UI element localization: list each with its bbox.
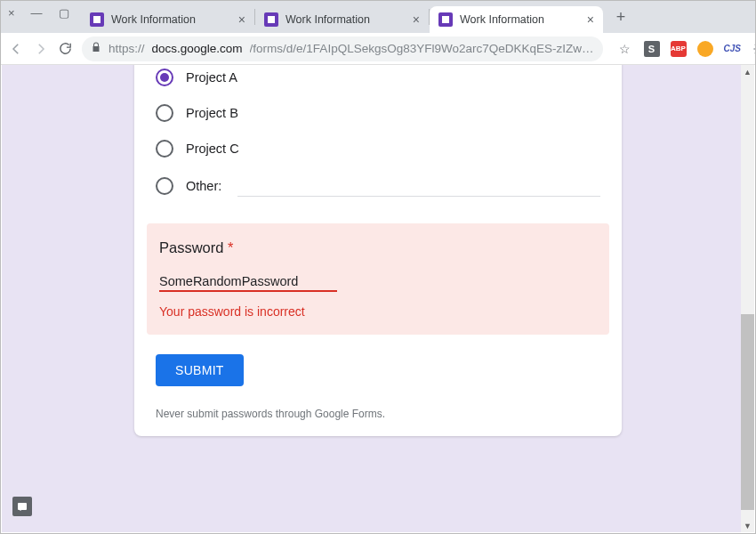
toolbar-actions: ☆ S ABP CJS A ⋮ bbox=[612, 39, 757, 59]
password-question-error: Password * Your password is incorrect bbox=[147, 223, 609, 335]
reload-button[interactable] bbox=[58, 39, 73, 59]
browser-toolbar: https://docs.google.com/forms/d/e/1FAIpQ… bbox=[1, 33, 755, 65]
radio-option[interactable]: Project C bbox=[156, 131, 600, 166]
new-tab-button[interactable]: + bbox=[608, 4, 633, 29]
lock-icon bbox=[91, 42, 101, 55]
radio-icon bbox=[156, 69, 173, 86]
browser-tab[interactable]: Work Information × bbox=[255, 6, 429, 33]
bookmark-star-icon[interactable]: ☆ bbox=[617, 41, 633, 57]
validation-error-text: Your password is incorrect bbox=[159, 304, 597, 319]
window-minimize-icon[interactable]: — bbox=[31, 6, 43, 20]
radio-label: Project A bbox=[186, 70, 237, 85]
browser-tab[interactable]: Work Information × bbox=[81, 6, 254, 33]
tab-title: Work Information bbox=[286, 13, 406, 26]
radio-question: Project A Project B Project C Other: bbox=[134, 65, 622, 223]
scrollbar-down-icon[interactable]: ▼ bbox=[741, 519, 754, 532]
address-bar[interactable]: https://docs.google.com/forms/d/e/1FAIpQ… bbox=[82, 36, 603, 61]
tab-title: Work Information bbox=[460, 13, 580, 26]
submit-row: SUBMIT bbox=[134, 335, 622, 393]
forward-button[interactable] bbox=[33, 39, 49, 59]
form-disclaimer: Never submit passwords through Google Fo… bbox=[134, 393, 622, 420]
back-button[interactable] bbox=[8, 39, 24, 59]
password-input[interactable] bbox=[159, 272, 337, 292]
radio-option[interactable]: Project A bbox=[156, 65, 600, 95]
extension-gear-icon[interactable] bbox=[752, 41, 756, 57]
radio-option-other[interactable]: Other: bbox=[156, 166, 600, 206]
url-prefix: https:// bbox=[109, 42, 145, 55]
extension-cjs-icon[interactable]: CJS bbox=[724, 44, 741, 53]
page-viewport: Project A Project B Project C Other: Pas… bbox=[2, 65, 754, 532]
url-path: /forms/d/e/1FAIpQLSekgsOg83YFl9Wo2arc7Qe… bbox=[250, 42, 594, 55]
question-title: Password * bbox=[159, 239, 597, 256]
extension-abp-icon[interactable]: ABP bbox=[671, 41, 687, 57]
extension-s-icon[interactable]: S bbox=[644, 41, 660, 57]
radio-icon bbox=[156, 177, 173, 195]
extension-cookie-icon[interactable] bbox=[697, 41, 713, 57]
scrollbar-up-icon[interactable]: ▲ bbox=[741, 65, 754, 78]
feedback-button[interactable] bbox=[12, 497, 32, 516]
submit-button[interactable]: SUBMIT bbox=[156, 354, 244, 386]
radio-option[interactable]: Project B bbox=[156, 95, 600, 131]
form-card: Project A Project B Project C Other: Pas… bbox=[134, 65, 622, 436]
url-host: docs.google.com bbox=[152, 42, 243, 55]
radio-icon bbox=[156, 140, 173, 158]
tab-title: Work Information bbox=[111, 13, 231, 26]
window-controls: × — ▢ bbox=[8, 6, 69, 20]
tab-close-icon[interactable]: × bbox=[238, 12, 245, 27]
radio-label: Project B bbox=[186, 106, 238, 120]
browser-tab-active[interactable]: Work Information × bbox=[430, 6, 603, 33]
scrollbar-thumb[interactable] bbox=[741, 314, 754, 510]
tab-close-icon[interactable]: × bbox=[587, 12, 594, 27]
radio-icon bbox=[156, 104, 173, 122]
forms-favicon-icon bbox=[264, 12, 278, 27]
radio-other-input[interactable] bbox=[237, 175, 600, 197]
window-close-icon[interactable]: × bbox=[8, 6, 15, 20]
tab-strip: Work Information × Work Information × Wo… bbox=[1, 1, 755, 33]
required-asterisk: * bbox=[228, 239, 233, 255]
radio-other-label: Other: bbox=[186, 179, 221, 193]
window-maximize-icon[interactable]: ▢ bbox=[59, 6, 69, 20]
radio-label: Project C bbox=[186, 142, 239, 156]
question-title-text: Password bbox=[159, 239, 223, 255]
forms-favicon-icon bbox=[90, 12, 104, 27]
tab-close-icon[interactable]: × bbox=[413, 12, 420, 27]
forms-favicon-icon bbox=[438, 12, 453, 27]
